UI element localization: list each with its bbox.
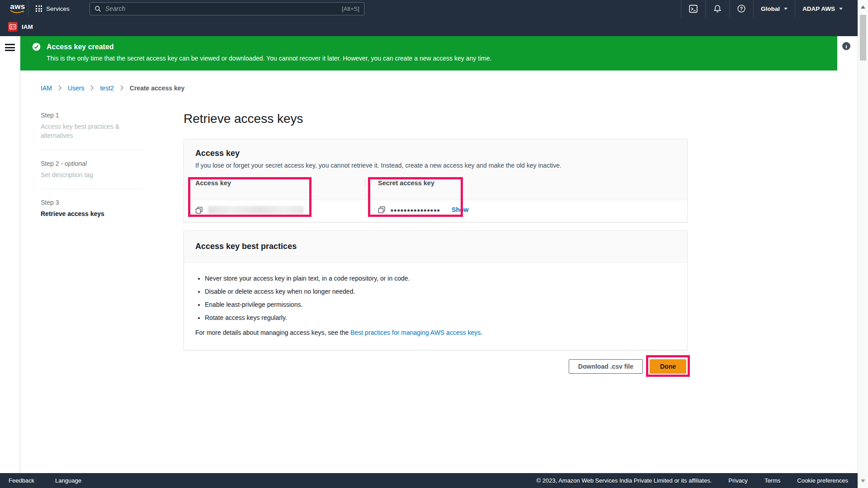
chevron-right-icon	[58, 85, 62, 91]
help-icon: ?	[737, 4, 746, 13]
best-practice-item: Enable least-privilege permissions.	[205, 301, 676, 308]
best-practices-panel: Access key best practices Never store yo…	[184, 230, 688, 350]
iam-service-link[interactable]: IAM	[8, 22, 33, 32]
breadcrumb-current: Create access key	[130, 84, 184, 92]
side-navigation-rail	[0, 36, 20, 473]
scrollbar-down-arrow[interactable]	[861, 479, 865, 483]
scrollbar-thumb[interactable]	[860, 15, 866, 61]
wizard-steps-nav: Step 1 Access key best practices & alter…	[41, 112, 143, 374]
best-practices-list: Never store your access key in plain tex…	[195, 275, 676, 321]
services-menu[interactable]: Services	[28, 0, 77, 17]
step-2-title: Set description tag	[41, 170, 143, 179]
scrollbar-up-arrow[interactable]	[861, 5, 865, 9]
copy-secret-key-button[interactable]	[378, 206, 386, 214]
done-button[interactable]: Done	[650, 359, 686, 374]
region-selector[interactable]: Global	[754, 0, 795, 17]
search-icon	[94, 5, 101, 12]
wizard-content: Retrieve access keys Access key If you l…	[184, 112, 688, 374]
footer-bar: Feedback Language © 2023, Amazon Web Ser…	[0, 473, 868, 488]
divider	[41, 189, 143, 189]
step-3-title: Retrieve access keys	[41, 209, 143, 218]
cookie-preferences-link[interactable]: Cookie preferences	[797, 477, 848, 484]
banner-title: Access key created	[47, 43, 114, 51]
vertical-scrollbar[interactable]	[858, 0, 868, 488]
page-body: Access key created This is the only time…	[0, 36, 868, 473]
best-practices-link[interactable]: Best practices for managing AWS access k…	[350, 329, 481, 336]
best-practice-item: Rotate access keys regularly.	[205, 314, 676, 321]
top-navigation-bar: aws Services [Alt+S] ?	[0, 0, 868, 17]
best-practices-title: Access key best practices	[195, 242, 676, 251]
notifications-button[interactable]	[706, 0, 729, 17]
copyright-text: © 2023, Amazon Web Services India Privat…	[537, 477, 712, 484]
step-2-label: Step 2	[41, 160, 59, 167]
account-menu[interactable]: ADAP AWS	[795, 0, 850, 17]
feedback-link[interactable]: Feedback	[9, 477, 34, 484]
step-2: Step 2 - optional Set description tag	[41, 160, 143, 179]
more-details-suffix: .	[481, 329, 482, 336]
services-label: Services	[46, 5, 70, 12]
search-input[interactable]	[105, 5, 338, 12]
banner-message: This is the only time that the secret ac…	[47, 55, 837, 62]
menu-toggle-button[interactable]	[5, 44, 15, 53]
copy-access-key-button[interactable]	[195, 206, 203, 214]
services-grid-icon	[36, 5, 42, 12]
secret-key-masked-value: ***************	[391, 207, 440, 215]
wizard-actions: Download .csv file Done	[184, 359, 688, 374]
access-key-panel-title: Access key	[195, 149, 676, 158]
chevron-right-icon	[90, 85, 94, 91]
step-1: Step 1 Access key best practices & alter…	[41, 112, 143, 141]
access-key-column-label: Access key	[195, 179, 365, 187]
global-search[interactable]: [Alt+S]	[90, 2, 364, 15]
access-key-panel-description: If you lose or forget your secret access…	[195, 162, 676, 169]
svg-text:?: ?	[740, 6, 743, 11]
breadcrumb-link-users[interactable]: Users	[68, 84, 85, 92]
divider	[41, 150, 143, 150]
aws-logo[interactable]: aws	[10, 3, 25, 14]
page-title: Retrieve access keys	[184, 112, 688, 126]
account-label: ADAP AWS	[802, 5, 835, 12]
step-3-active: Step 3 Retrieve access keys	[41, 199, 143, 218]
breadcrumb-link-iam[interactable]: IAM	[41, 84, 52, 92]
iam-service-label: IAM	[22, 23, 33, 30]
more-details-line: For more details about managing access k…	[195, 329, 676, 336]
step-1-title: Access key best practices & alternatives	[41, 122, 143, 141]
access-key-value-redacted	[208, 206, 304, 214]
step-1-label: Step 1	[41, 112, 59, 119]
chevron-down-icon	[839, 8, 843, 12]
privacy-link[interactable]: Privacy	[728, 477, 748, 484]
service-navigation-bar: IAM	[0, 17, 868, 36]
success-banner: Access key created This is the only time…	[20, 36, 837, 70]
best-practice-item: Never store your access key in plain tex…	[205, 275, 676, 282]
help-button[interactable]: ?	[730, 0, 753, 17]
more-details-text: For more details about managing access k…	[195, 329, 350, 336]
step-2-optional-label: - optional	[61, 160, 87, 167]
chevron-down-icon	[784, 8, 788, 12]
success-check-icon	[32, 42, 41, 52]
iam-service-icon	[8, 22, 18, 32]
best-practice-item: Disable or delete access key when no lon…	[205, 288, 676, 295]
chevron-right-icon	[120, 85, 124, 91]
step-3-label: Step 3	[41, 199, 59, 206]
language-link[interactable]: Language	[55, 477, 81, 484]
terms-link[interactable]: Terms	[764, 477, 780, 484]
access-key-panel: Access key If you lose or forget your se…	[184, 139, 688, 222]
bell-icon	[713, 4, 722, 13]
search-shortcut-hint: [Alt+S]	[342, 5, 359, 12]
info-panel-button[interactable]	[842, 42, 851, 51]
show-secret-key-link[interactable]: Show	[452, 206, 468, 213]
secret-key-column-label: Secret access key	[365, 179, 434, 187]
main-content: Access key created This is the only time…	[20, 36, 868, 473]
cloudshell-button[interactable]	[681, 0, 705, 17]
download-csv-button[interactable]: Download .csv file	[569, 359, 643, 374]
breadcrumb-link-user[interactable]: test2	[100, 84, 113, 92]
aws-logo-text: aws	[10, 3, 25, 10]
cloudshell-terminal-icon	[689, 4, 698, 14]
breadcrumb: IAM Users test2 Create access key	[20, 70, 868, 92]
region-label: Global	[761, 5, 780, 12]
aws-smile-icon	[10, 10, 25, 14]
